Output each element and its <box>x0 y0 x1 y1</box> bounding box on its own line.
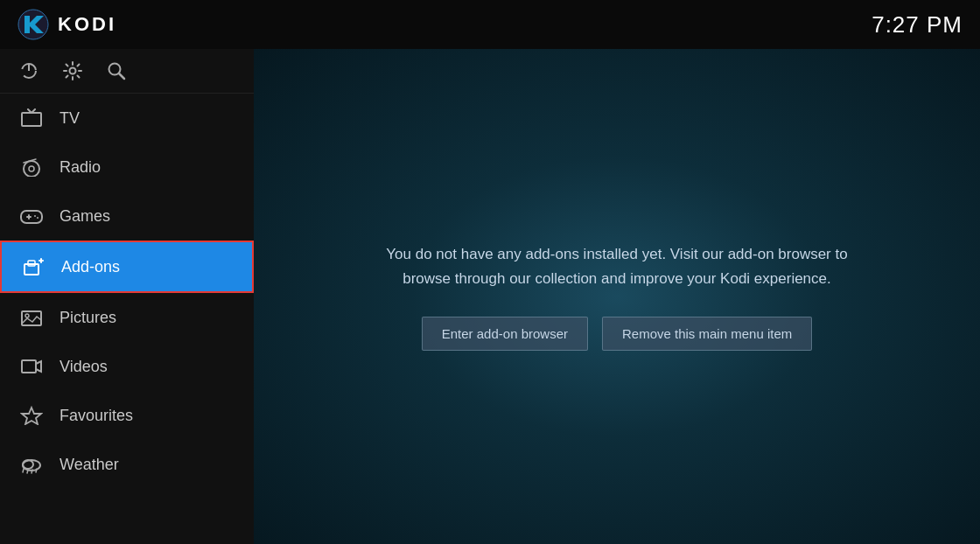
sidebar-item-games[interactable]: Games <box>0 192 254 241</box>
sidebar-item-weather-label: Weather <box>60 456 119 474</box>
sidebar-item-tv[interactable]: TV <box>0 94 254 143</box>
svg-point-18 <box>37 217 38 219</box>
sidebar-item-pictures[interactable]: Pictures <box>0 293 254 342</box>
sidebar-item-pictures-label: Pictures <box>60 309 116 327</box>
svg-rect-7 <box>22 113 41 126</box>
logo-area: KODI <box>18 9 116 40</box>
svg-point-11 <box>24 161 39 177</box>
settings-button[interactable] <box>63 61 82 80</box>
sidebar-item-weather[interactable]: Weather <box>0 440 254 489</box>
svg-line-31 <box>32 470 32 473</box>
sidebar-item-addons[interactable]: Add-ons <box>0 241 254 293</box>
sidebar-item-videos[interactable]: Videos <box>0 342 254 391</box>
games-icon <box>19 204 44 228</box>
weather-icon <box>19 452 44 477</box>
radio-icon <box>19 155 44 179</box>
sidebar-item-games-label: Games <box>60 207 110 226</box>
content-message: You do not have any add-ons installed ye… <box>363 242 871 289</box>
svg-line-6 <box>119 73 124 79</box>
clock-display: 7:27 PM <box>872 11 962 38</box>
sidebar-item-radio-label: Radio <box>60 158 101 177</box>
enter-addon-browser-button[interactable]: Enter add-on browser <box>422 317 588 351</box>
main-layout: TV Radio <box>0 49 980 544</box>
sidebar-item-videos-label: Videos <box>60 358 108 376</box>
top-bar: KODI 7:27 PM <box>0 0 980 49</box>
svg-line-29 <box>23 469 24 472</box>
videos-icon <box>19 354 44 379</box>
pictures-icon <box>19 305 44 330</box>
sidebar-system-icons <box>0 49 254 94</box>
svg-rect-25 <box>22 360 36 373</box>
search-button[interactable] <box>107 61 126 80</box>
svg-point-24 <box>25 314 29 317</box>
kodi-logo-icon <box>18 9 49 40</box>
svg-point-17 <box>34 215 36 217</box>
power-icon <box>19 61 38 80</box>
svg-marker-26 <box>22 408 41 424</box>
svg-line-32 <box>36 469 37 472</box>
power-button[interactable] <box>19 61 38 80</box>
svg-point-12 <box>29 166 34 171</box>
sidebar-nav: TV Radio <box>0 94 254 544</box>
svg-point-4 <box>70 68 76 74</box>
search-icon <box>107 61 126 80</box>
content-buttons: Enter add-on browser Remove this main me… <box>422 317 813 351</box>
settings-icon <box>63 61 82 80</box>
svg-line-30 <box>27 470 28 473</box>
remove-menu-item-button[interactable]: Remove this main menu item <box>602 317 812 351</box>
sidebar-item-addons-label: Add-ons <box>61 258 120 276</box>
sidebar-item-favourites-label: Favourites <box>60 407 133 425</box>
app-title: KODI <box>58 13 116 36</box>
content-area: You do not have any add-ons installed ye… <box>254 49 980 544</box>
addons-icon <box>21 255 46 279</box>
sidebar-item-favourites[interactable]: Favourites <box>0 391 254 440</box>
tv-icon <box>19 106 44 130</box>
sidebar: TV Radio <box>0 49 254 544</box>
favourites-icon <box>19 403 44 428</box>
sidebar-item-tv-label: TV <box>60 109 80 128</box>
sidebar-item-radio[interactable]: Radio <box>0 143 254 192</box>
